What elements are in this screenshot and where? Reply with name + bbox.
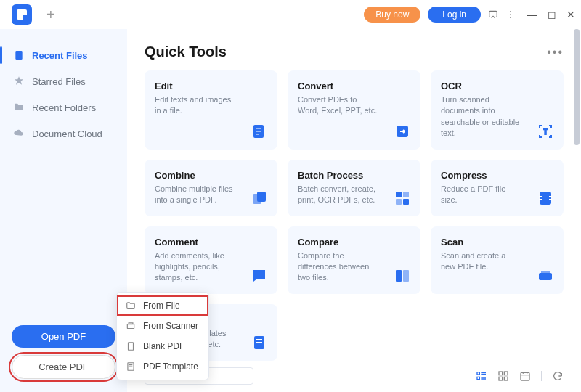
svg-rect-32 (504, 372, 508, 375)
card-title: Combine (155, 170, 267, 181)
sidebar-bottom: Open PDF Create PDF (0, 325, 127, 379)
svg-rect-29 (477, 372, 479, 375)
card-desc: Turn scanned documents into searchable o… (441, 94, 521, 139)
template-icon (250, 333, 269, 352)
sidebar-item-document-cloud[interactable]: Document Cloud (0, 121, 127, 147)
card-title: OCR (441, 81, 553, 91)
scrollbar-thumb[interactable] (574, 29, 580, 145)
tool-card-comment[interactable]: Comment Add comments, like highlights, p… (145, 226, 277, 294)
tool-card-compress[interactable]: Compress Reduce a PDF file size. (431, 160, 564, 216)
close-button[interactable]: ✕ (566, 9, 575, 20)
new-tab-button[interactable]: + (41, 7, 61, 23)
svg-rect-19 (403, 270, 409, 282)
svg-point-2 (510, 14, 511, 15)
sidebar-item-starred-files[interactable]: Starred Files (0, 68, 127, 94)
tool-card-ocr[interactable]: OCR Turn scanned documents into searchab… (431, 70, 564, 150)
folder-icon (13, 102, 25, 113)
star-icon (13, 75, 25, 87)
tool-card-combine[interactable]: Combine Combine multiple files into a si… (145, 160, 277, 216)
sidebar-item-label: Document Cloud (32, 128, 102, 139)
card-desc: Reduce a PDF file size. (441, 184, 521, 206)
svg-rect-7 (256, 131, 261, 132)
feedback-icon[interactable] (488, 9, 498, 20)
sidebar: Recent Files Starred Files Recent Folder… (0, 29, 127, 392)
titlebar-right: Buy now Log in — ◻ ✕ (364, 7, 575, 23)
minimize-button[interactable]: — (527, 9, 537, 20)
compress-icon (536, 189, 555, 208)
card-desc: Convert PDFs to Word, Excel, PPT, etc. (298, 94, 378, 117)
popup-item-from-file[interactable]: From File (117, 295, 208, 316)
popup-item-label: PDF Template (143, 362, 198, 372)
popup-item-label: From File (143, 301, 180, 311)
calendar-icon[interactable] (519, 370, 531, 382)
card-title: Scan (441, 237, 553, 248)
buy-now-button[interactable]: Buy now (364, 7, 420, 23)
card-desc: Add comments, like highlights, pencils, … (155, 250, 235, 284)
svg-rect-31 (499, 372, 503, 375)
svg-rect-13 (396, 192, 402, 197)
titlebar-left: + (6, 4, 61, 25)
svg-rect-25 (127, 324, 134, 329)
tool-card-convert[interactable]: Convert Convert PDFs to Word, Excel, PPT… (288, 70, 420, 150)
svg-rect-12 (257, 192, 266, 202)
svg-rect-20 (539, 273, 552, 280)
card-title: Comment (155, 237, 267, 248)
compare-icon (393, 266, 412, 285)
svg-rect-6 (256, 128, 261, 129)
login-button[interactable]: Log in (428, 7, 481, 23)
popup-item-blank-pdf[interactable]: Blank PDF (117, 336, 208, 356)
card-title: Compare (298, 237, 410, 248)
sidebar-item-recent-folders[interactable]: Recent Folders (0, 94, 127, 121)
menu-dots-icon[interactable] (505, 9, 516, 20)
comment-icon (250, 266, 269, 285)
svg-rect-24 (256, 342, 262, 343)
tool-card-batch[interactable]: Batch Process Batch convert, create, pri… (288, 160, 420, 216)
svg-point-3 (510, 17, 511, 18)
main-header: Quick Tools ••• (145, 44, 564, 60)
popup-item-label: From Scanner (143, 321, 198, 331)
page-title: Quick Tools (145, 44, 227, 60)
svg-text:T: T (543, 128, 548, 136)
popup-item-from-scanner[interactable]: From Scanner (117, 316, 208, 336)
batch-icon (393, 189, 412, 208)
maximize-button[interactable]: ◻ (548, 9, 556, 20)
sidebar-item-label: Recent Files (32, 50, 88, 61)
combine-icon (250, 189, 269, 208)
sidebar-item-label: Starred Files (32, 76, 86, 87)
svg-rect-23 (256, 339, 262, 340)
list-view-icon[interactable] (476, 370, 487, 382)
tool-card-scan[interactable]: Scan Scan and create a new PDF file. (431, 226, 564, 294)
svg-rect-17 (540, 192, 550, 204)
grid-view-icon[interactable] (497, 370, 509, 382)
card-title: Edit (155, 81, 267, 91)
open-pdf-button[interactable]: Open PDF (12, 325, 115, 348)
svg-rect-4 (15, 51, 22, 60)
svg-rect-26 (129, 343, 134, 351)
blank-page-icon (126, 341, 136, 351)
ocr-icon: T (536, 122, 555, 141)
scanner-icon (126, 321, 136, 331)
popup-item-label: Blank PDF (143, 341, 184, 351)
svg-rect-35 (521, 372, 529, 380)
svg-rect-16 (403, 199, 409, 205)
sidebar-item-label: Recent Folders (32, 102, 96, 113)
tool-card-edit[interactable]: Edit Edit texts and images in a file. (145, 70, 277, 150)
scan-icon (536, 266, 555, 285)
popup-item-pdf-template[interactable]: PDF Template (117, 356, 208, 377)
create-pdf-popup: From File From Scanner Blank PDF PDF Tem… (116, 292, 209, 380)
card-title: Compress (441, 170, 553, 181)
sidebar-item-recent-files[interactable]: Recent Files (0, 42, 127, 68)
refresh-icon[interactable] (552, 370, 564, 382)
app-logo[interactable] (12, 4, 32, 25)
card-title: Convert (298, 81, 410, 91)
create-pdf-button[interactable]: Create PDF (12, 355, 115, 379)
card-title: Batch Process (298, 170, 410, 181)
card-desc: Batch convert, create, print, OCR PDFs, … (298, 184, 378, 206)
svg-rect-34 (504, 377, 508, 380)
more-options-icon[interactable]: ••• (547, 46, 564, 59)
tool-card-compare[interactable]: Compare Compare the differences between … (288, 226, 420, 294)
svg-rect-30 (477, 377, 479, 379)
window-controls: — ◻ ✕ (527, 9, 575, 20)
vertical-scrollbar[interactable] (574, 29, 580, 391)
svg-rect-18 (396, 270, 402, 282)
